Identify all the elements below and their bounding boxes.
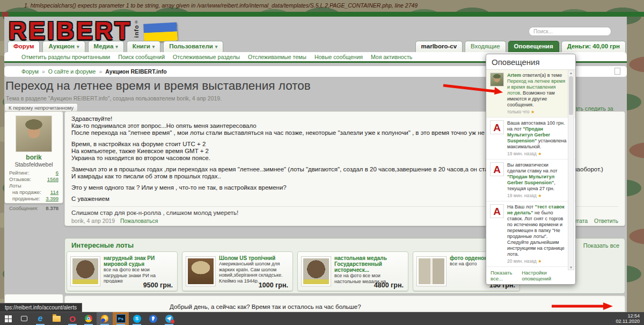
stat-value[interactable]: 1568 — [47, 176, 58, 183]
lot-price: 9500 грн. — [143, 281, 173, 289]
ukraine-flag-icon — [143, 22, 178, 42]
stat-label: проданные: — [9, 196, 40, 202]
subnav-search-posts[interactable]: Поиск сообщений — [118, 54, 165, 60]
alert-settings-link[interactable]: Настройки оповещений — [522, 270, 571, 281]
breadcrumb-separator: » — [42, 68, 45, 75]
alert-item[interactable]: A Вы автоматически сделали ставку на лот… — [486, 160, 575, 201]
account-button[interactable]: marlboro-cv — [415, 41, 463, 52]
money-button[interactable]: Деньги: 40,00 грн — [561, 41, 626, 52]
lot-card[interactable]: настольная медаль Государственный истори… — [297, 251, 408, 291]
alerts-button[interactable]: Оповещения — [508, 41, 559, 52]
auction-letter-avatar[interactable]: A — [490, 120, 504, 134]
tab-label: Форум — [13, 43, 34, 49]
post-line-text: После перехода на "летнее время" , мои л… — [71, 129, 544, 136]
alert-time: 19 мин. назад ★ — [507, 193, 567, 199]
alerts-scrollbar[interactable]: ▲ ▼ — [568, 70, 574, 270]
alert-link[interactable]: "Продан Мультитул Gerber Suspension" — [507, 174, 554, 185]
lot-text: Шолом US тропічний Американський шолом д… — [219, 255, 289, 283]
scroll-down-icon[interactable]: ▼ — [569, 265, 573, 270]
lot-price: 1000 грн. — [259, 281, 288, 289]
stat-label: Рейтинг: — [9, 170, 30, 176]
lot-title[interactable]: Шолом US тропічний — [219, 255, 289, 261]
alert-pre: ответил(а) в теме — [521, 73, 562, 78]
stat-value[interactable]: 114 — [50, 189, 58, 196]
lot-image-medal — [301, 256, 331, 286]
avatar[interactable] — [16, 115, 52, 152]
tab-media[interactable]: Медиа▾ — [88, 41, 124, 52]
subnav-watched-forums[interactable]: Отслеживаемые разделы — [173, 54, 240, 60]
chevron-down-icon: ▾ — [215, 44, 218, 49]
edge-icon: e — [38, 314, 43, 323]
stat-value: 8.378 — [46, 205, 58, 212]
taskbar-chrome-button[interactable] — [80, 312, 97, 325]
taskbar-clock[interactable]: 12:54 02.11.2020 — [616, 312, 644, 325]
alert-actor[interactable]: Artem — [507, 73, 521, 78]
breadcrumb-forum[interactable]: Форум — [21, 68, 39, 75]
show-all-lots-link[interactable]: Показать все — [583, 242, 619, 249]
subnav-mark-read[interactable]: Отметить разделы прочитанными — [21, 54, 110, 60]
report-link[interactable]: Пожаловаться — [120, 218, 158, 224]
breadcrumb-about[interactable]: О сайте и форуме — [48, 68, 96, 75]
telegram-icon — [165, 315, 173, 323]
taskbar-firefox-button[interactable] — [97, 312, 113, 325]
search-input[interactable] — [529, 27, 611, 36]
stat-label: Лоты — [9, 183, 21, 189]
tab-label: Аукцион — [48, 43, 75, 49]
taskbar-edge-button[interactable]: e — [32, 312, 48, 325]
lot-image-helmet — [186, 256, 216, 286]
reply-link[interactable]: Ответить — [594, 218, 618, 224]
subnav-new-posts[interactable]: Новые сообщения — [314, 54, 363, 60]
taskbar-opera-button[interactable]: O — [64, 312, 80, 325]
inbox-button[interactable]: Входящие — [465, 41, 506, 52]
alert-time-text: 19 мин. назад — [507, 151, 537, 156]
lot-card[interactable]: нагрудный знак РИ мировой судья все на ф… — [67, 251, 178, 291]
alert-time: 20 мин. назад ★ — [507, 258, 567, 264]
lot-title[interactable]: нагрудный знак РИ мировой судья — [104, 255, 174, 267]
first-unread-button[interactable]: К первому непрочитанному — [4, 103, 78, 112]
alert-text: Вы автоматически сделали ставку на лот "… — [507, 162, 567, 199]
alert-text: Ваша автоставка 100 грн. на лот "Продан … — [507, 120, 567, 157]
lot-text: нагрудный знак РИ мировой судья все на ф… — [104, 255, 174, 283]
tab-users[interactable]: Пользователи▾ — [163, 41, 223, 52]
scroll-up-icon[interactable]: ▲ — [569, 71, 573, 75]
tab-books[interactable]: Книги▾ — [127, 41, 160, 52]
show-all-alerts-link[interactable]: Показать все... — [491, 270, 522, 281]
lots-title: Интересные лоты — [71, 241, 134, 249]
stat-value[interactable]: 6 — [56, 170, 58, 176]
registered-mark: ® — [135, 20, 138, 25]
alert-item[interactable]: A На Ваш лот "тест ставок не делать" не … — [486, 201, 575, 267]
lot-title[interactable]: настольная медаль Государственный истори… — [334, 255, 405, 273]
scrollbar-thumb[interactable] — [569, 76, 573, 115]
photoshop-ic: Ps — [116, 314, 126, 323]
alert-item[interactable]: A Ваша автоставка 100 грн. на лот "Прода… — [486, 118, 575, 160]
taskbar-task-view-button[interactable] — [16, 312, 32, 325]
tab-auction[interactable]: Аукцион▾ — [42, 41, 85, 52]
auction-letter-avatar[interactable]: A — [490, 204, 504, 218]
stat-label: на продаже: — [9, 189, 41, 196]
alert-text: На Ваш лот "тест ставок не делать" не бы… — [507, 204, 567, 264]
alerts-footer: Показать все... Настройки оповещений — [486, 267, 575, 284]
taskbar-photoshop-button[interactable]: Ps — [113, 312, 129, 325]
browser-status-tooltip: tps://reibert.info/account/alerts — [0, 303, 82, 312]
post-date: borik, 4 апр 2019 — [71, 218, 115, 224]
taskbar-windows-start-button[interactable] — [0, 312, 16, 325]
skype-icon: S — [133, 315, 141, 323]
main-nav: Форум Аукцион▾ Медиа▾ Книги▾ Пользовател… — [8, 41, 223, 52]
stat-value[interactable]: 3.399 — [46, 196, 58, 202]
page-tool-icon[interactable] — [614, 68, 620, 75]
taskbar-file-explorer-button[interactable] — [48, 312, 64, 325]
subnav-watched-threads[interactable]: Отслеживаемые темы — [248, 54, 306, 60]
windows-logo-icon — [5, 315, 12, 322]
chevron-down-icon: ▾ — [152, 44, 155, 49]
alert-pre: Вы автоматически сделали ставку на лот — [507, 162, 558, 174]
taskbar-telegram-button[interactable] — [161, 312, 177, 325]
taskbar-skype-button[interactable]: S — [129, 312, 145, 325]
alert-pre: На Ваш лот — [507, 204, 535, 210]
auction-letter-avatar[interactable]: A — [490, 162, 504, 176]
subnav-my-activity[interactable]: Моя активность — [371, 54, 412, 60]
annotation-arrow — [441, 81, 506, 98]
author-name[interactable]: borik — [5, 154, 63, 161]
tab-forum[interactable]: Форум — [8, 41, 40, 52]
taskbar-maps-button[interactable] — [145, 312, 161, 325]
lot-card[interactable]: Шолом US тропічний Американський шолом д… — [182, 251, 293, 291]
